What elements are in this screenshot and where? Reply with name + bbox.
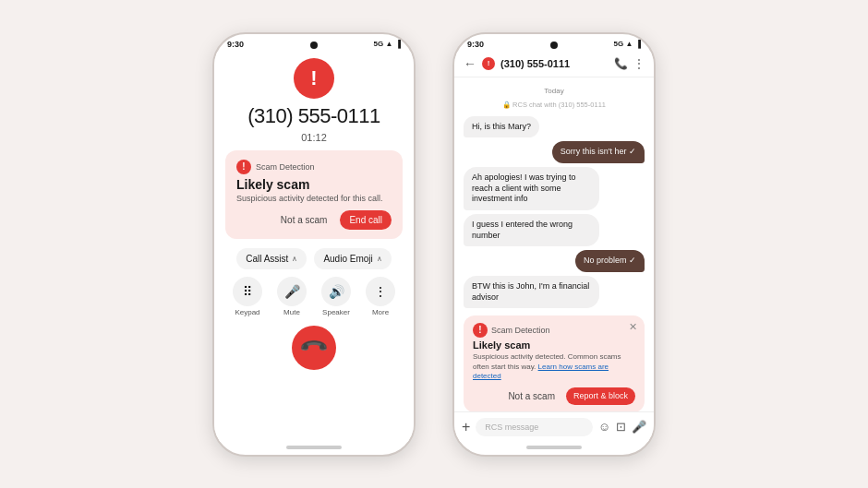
mute-icon: 🎤 bbox=[277, 277, 307, 306]
audio-emoji-label: Audio Emoji bbox=[323, 254, 372, 264]
chat-scam-close[interactable]: ✕ bbox=[629, 321, 637, 333]
scam-description: Suspicious activity detected for this ca… bbox=[236, 194, 392, 203]
chat-messages: Today 🔒 RCS chat with (310) 555-0111 Hi,… bbox=[454, 77, 654, 411]
chat-scam-dot: ! bbox=[482, 57, 495, 70]
scam-title: Likely scam bbox=[236, 177, 392, 192]
status-icons-1: 5G ▲ ▐ bbox=[374, 40, 401, 48]
mute-button[interactable]: 🎤 Mute bbox=[277, 277, 307, 316]
signal-2: 5G ▲ bbox=[614, 40, 633, 48]
chat-scam-card: ✕ ! Scam Detection Likely scam Suspiciou… bbox=[464, 315, 645, 411]
message-input[interactable]: RCS message bbox=[476, 418, 592, 436]
not-a-scam-button[interactable]: Not a scam bbox=[275, 210, 333, 230]
assist-row: Call Assist ∧ Audio Emoji ∧ bbox=[225, 248, 403, 269]
date-label: Today bbox=[464, 87, 645, 95]
message-3: Ah apologies! I was trying to reach a cl… bbox=[464, 167, 599, 210]
end-call-phone-icon: 📞 bbox=[298, 331, 331, 363]
scam-card-header: ! Scam Detection bbox=[236, 160, 392, 174]
home-bar-2 bbox=[526, 446, 582, 449]
chat-screen: ← ! (310) 555-0111 📞 ⋮ Today 🔒 RCS chat … bbox=[454, 51, 654, 442]
scam-icon: ! bbox=[236, 160, 251, 174]
chat-scam-desc: Suspicious activity detected. Common sca… bbox=[473, 352, 635, 381]
input-action-icons: ☺ ⊡ 🎤 bbox=[598, 420, 646, 434]
battery-icon: ▐ bbox=[395, 40, 401, 48]
signal-1: 5G ▲ bbox=[374, 40, 393, 48]
message-1: Hi, is this Mary? bbox=[464, 116, 539, 138]
emoji-icon[interactable]: ☺ bbox=[598, 420, 610, 434]
call-assist-arrow: ∧ bbox=[292, 255, 297, 263]
keypad-button[interactable]: ⠿ Keypad bbox=[233, 277, 262, 316]
speaker-button[interactable]: 🔊 Speaker bbox=[321, 277, 351, 316]
audio-emoji-chip[interactable]: Audio Emoji ∧ bbox=[314, 248, 391, 269]
more-icon: ⋮ bbox=[366, 277, 395, 306]
chat-scam-label: Scam Detection bbox=[491, 326, 550, 335]
more-label: More bbox=[372, 308, 389, 316]
status-bar-1: 9:30 5G ▲ ▐ bbox=[214, 34, 414, 51]
keypad-icon: ⠿ bbox=[233, 277, 262, 306]
scam-actions: Not a scam End call bbox=[236, 210, 392, 230]
call-timer: 01:12 bbox=[301, 132, 327, 143]
status-bar-2: 9:30 5G ▲ ▐ bbox=[454, 34, 654, 51]
rcs-label: 🔒 RCS chat with (310) 555-0111 bbox=[464, 101, 645, 109]
chat-call-icon[interactable]: 📞 bbox=[614, 57, 628, 70]
scam-label: Scam Detection bbox=[256, 162, 315, 172]
voice-icon[interactable]: 🎤 bbox=[632, 420, 646, 434]
keypad-label: Keypad bbox=[235, 308, 259, 316]
call-assist-chip[interactable]: Call Assist ∧ bbox=[236, 248, 307, 269]
camera-dot-1 bbox=[310, 42, 318, 49]
battery-icon-2: ▐ bbox=[635, 40, 641, 48]
message-4: I guess I entered the wrong number bbox=[464, 214, 599, 246]
phone-chat-screen: 9:30 5G ▲ ▐ ← ! (310) 555-0111 📞 ⋮ Today… bbox=[452, 32, 656, 457]
mute-label: Mute bbox=[283, 308, 300, 316]
speaker-label: Speaker bbox=[322, 308, 350, 316]
time-2: 9:30 bbox=[467, 40, 484, 49]
chat-more-icon[interactable]: ⋮ bbox=[633, 57, 645, 70]
call-screen: ! (310) 555-0111 01:12 ! Scam Detection … bbox=[214, 51, 414, 442]
chat-scam-actions: Not a scam Report & block bbox=[473, 387, 635, 405]
chat-header: ← ! (310) 555-0111 📞 ⋮ bbox=[454, 51, 654, 77]
time-1: 9:30 bbox=[227, 40, 244, 49]
back-button[interactable]: ← bbox=[464, 56, 476, 71]
chat-scam-title: Likely scam bbox=[473, 339, 635, 351]
message-6: BTW this is John, I'm a financial adviso… bbox=[464, 276, 599, 308]
speaker-icon: 🔊 bbox=[321, 277, 351, 306]
audio-emoji-arrow: ∧ bbox=[377, 255, 382, 263]
phone-call-screen: 9:30 5G ▲ ▐ ! (310) 555-0111 01:12 ! Sca… bbox=[212, 32, 416, 457]
warning-exclamation: ! bbox=[310, 68, 317, 89]
end-call-button[interactable]: End call bbox=[340, 210, 392, 230]
chat-header-actions: 📞 ⋮ bbox=[614, 57, 645, 70]
end-call-circle-button[interactable]: 📞 bbox=[292, 326, 336, 370]
chat-scam-excl: ! bbox=[488, 59, 490, 67]
message-2: Sorry this isn't her ✓ bbox=[552, 141, 645, 163]
call-phone-number: (310) 555-0111 bbox=[247, 104, 380, 128]
message-5: No problem ✓ bbox=[575, 250, 645, 272]
warning-icon-circle: ! bbox=[294, 58, 334, 99]
add-attachment-icon[interactable]: + bbox=[462, 419, 470, 435]
scam-exclamation: ! bbox=[242, 162, 245, 172]
chat-input-bar: + RCS message ☺ ⊡ 🎤 bbox=[454, 411, 654, 442]
sticker-icon[interactable]: ⊡ bbox=[616, 420, 626, 434]
scam-detection-card: ! Scam Detection Likely scam Suspicious … bbox=[225, 150, 403, 239]
report-block-button[interactable]: Report & block bbox=[566, 387, 635, 405]
message-placeholder: RCS message bbox=[485, 423, 538, 432]
chat-header-number: (310) 555-0111 bbox=[500, 58, 609, 69]
call-controls: ⠿ Keypad 🎤 Mute 🔊 Speaker ⋮ More bbox=[225, 277, 403, 316]
chat-scam-header: ! Scam Detection bbox=[473, 323, 635, 338]
home-bar-1 bbox=[286, 446, 342, 449]
status-icons-2: 5G ▲ ▐ bbox=[614, 40, 641, 48]
chat-scam-icon: ! bbox=[473, 323, 488, 338]
camera-dot-2 bbox=[550, 42, 558, 49]
chat-not-scam-button[interactable]: Not a scam bbox=[502, 387, 561, 405]
more-button[interactable]: ⋮ More bbox=[366, 277, 395, 316]
call-assist-label: Call Assist bbox=[246, 254, 288, 264]
